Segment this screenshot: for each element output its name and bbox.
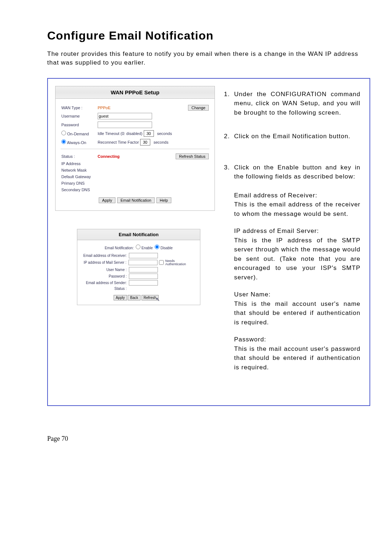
step-3a-title: Email address of Receiver: bbox=[234, 191, 360, 200]
apply-b-button[interactable]: Apply bbox=[114, 295, 127, 300]
step-3b-title: IP address of Email Server: bbox=[234, 226, 360, 236]
secondary-dns-label: Secondary DNS bbox=[61, 186, 209, 193]
on-demand-label: On-Demand bbox=[67, 132, 89, 136]
step-number-1: 1. bbox=[224, 90, 234, 118]
status-b-label: Status : bbox=[82, 287, 129, 291]
mailserver-label: IP address of Mail Server : bbox=[82, 260, 128, 264]
password-b-label: Password : bbox=[82, 274, 129, 278]
status-value: Connecting bbox=[98, 154, 120, 159]
username-b-label: User Name : bbox=[82, 268, 129, 272]
needs-auth-label: Needs Authentication bbox=[165, 259, 196, 266]
always-on-label: Always-On bbox=[67, 140, 86, 145]
page-title: Configure Email Notification bbox=[47, 29, 370, 42]
intro-text: The router provides this feature to noti… bbox=[47, 50, 370, 67]
enable-label: Enable bbox=[142, 246, 153, 250]
step-3b-body: This is the IP address of the SMTP serve… bbox=[234, 236, 360, 282]
step-3a-body: This is the email address of the receive… bbox=[234, 200, 360, 218]
wan-type-label: WAN Type : bbox=[61, 104, 97, 112]
primary-dns-label: Primary DNS bbox=[61, 180, 209, 186]
disable-radio[interactable] bbox=[155, 245, 159, 249]
refresh-status-button[interactable]: Refresh Status bbox=[176, 153, 209, 159]
enable-radio[interactable] bbox=[136, 245, 140, 249]
password-input[interactable] bbox=[98, 122, 152, 128]
step-3d-title: Password: bbox=[234, 335, 360, 344]
back-button[interactable]: Back bbox=[128, 295, 140, 300]
mailserver-input[interactable] bbox=[128, 260, 158, 265]
step-3c-body: This is the mail account user's name tha… bbox=[234, 299, 360, 327]
step-3c-title: User Name: bbox=[234, 290, 360, 299]
gateway-label: Default Gateway bbox=[61, 173, 209, 180]
email-notif-header: Email Notification bbox=[77, 229, 200, 240]
help-button[interactable]: Help bbox=[156, 197, 171, 203]
step-number-2: 2. bbox=[224, 132, 234, 141]
ip-address-label: IP Address bbox=[61, 160, 209, 167]
step-1-text: Under the CONFIGURATION command menu, cl… bbox=[234, 90, 360, 118]
username-label: Username bbox=[61, 112, 97, 120]
on-demand-radio[interactable] bbox=[61, 131, 66, 135]
step-3d-body: This is the mail account user's password… bbox=[234, 344, 360, 372]
main-frame: WAN PPPoE Setup WAN Type : PPPoE Change … bbox=[47, 78, 370, 406]
password-label: Password bbox=[61, 120, 97, 129]
change-button[interactable]: Change bbox=[188, 105, 209, 111]
status-label: Status : bbox=[61, 151, 97, 160]
seconds-label-1: seconds bbox=[157, 131, 172, 136]
apply-button[interactable]: Apply bbox=[99, 197, 115, 203]
step-number-3: 3. bbox=[224, 163, 234, 380]
sender-label: Email address of Sender: bbox=[82, 281, 129, 285]
page-number: Page 70 bbox=[47, 435, 370, 443]
seconds-label-2: seconds bbox=[154, 140, 168, 144]
always-on-radio[interactable] bbox=[61, 139, 66, 144]
disable-label: Disable bbox=[160, 246, 172, 250]
needs-auth-checkbox[interactable] bbox=[159, 260, 164, 265]
email-notification-button[interactable]: Email Notification bbox=[117, 197, 155, 203]
step-3-intro: Click on the Enable button and key in th… bbox=[234, 163, 360, 181]
wan-type-value: PPPoE bbox=[98, 106, 110, 110]
reconnect-input[interactable] bbox=[140, 139, 150, 145]
email-notification-panel: Email Notification Email Notification: E… bbox=[77, 229, 200, 305]
wan-pppoe-header: WAN PPPoE Setup bbox=[56, 86, 215, 99]
step-2-text: Click on the Email Notification button. bbox=[234, 132, 360, 141]
receiver-input[interactable] bbox=[129, 253, 158, 258]
wan-pppoe-panel: WAN PPPoE Setup WAN Type : PPPoE Change … bbox=[55, 86, 215, 211]
idle-timeout-label: Idle Timeout (0: disabled) bbox=[98, 131, 143, 136]
cursor-icon: ↖ bbox=[156, 296, 160, 302]
password-b-input[interactable] bbox=[129, 274, 158, 279]
reconnect-label: Reconnect Time Factor bbox=[98, 140, 139, 144]
username-input[interactable] bbox=[98, 113, 152, 119]
idle-timeout-input[interactable] bbox=[144, 130, 154, 137]
sender-input[interactable] bbox=[129, 280, 158, 286]
receiver-label: Email address of Receiver: bbox=[82, 254, 129, 258]
netmask-label: Network Mask bbox=[61, 167, 209, 173]
username-b-input[interactable] bbox=[129, 267, 158, 272]
email-notif-label: Email Notification: bbox=[105, 246, 134, 250]
